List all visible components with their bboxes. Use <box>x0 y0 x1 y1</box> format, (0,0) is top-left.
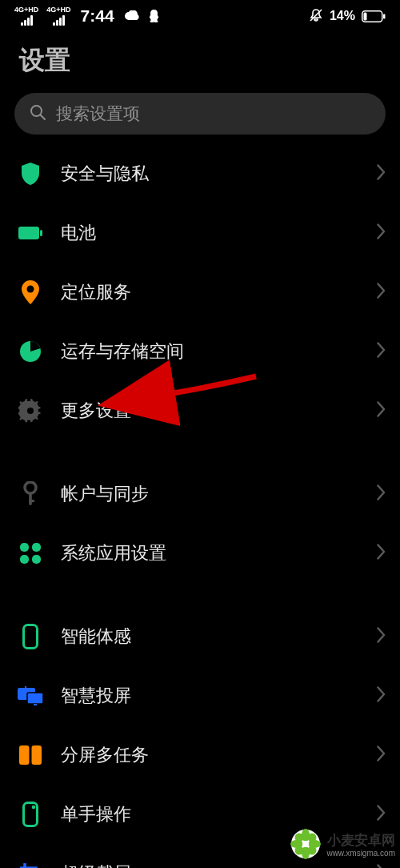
settings-item-label: 单手操作 <box>61 802 377 826</box>
battery-icon <box>18 220 43 246</box>
settings-item-split-screen[interactable]: 分屏多任务 <box>0 725 400 785</box>
watermark-text: 小麦安卓网 <box>327 834 395 849</box>
pin-icon <box>18 279 43 305</box>
settings-item-accounts-sync[interactable]: 帐户与同步 <box>0 464 400 524</box>
svg-point-11 <box>25 482 36 493</box>
screens-icon <box>18 683 43 709</box>
watermark-logo-icon <box>290 828 322 863</box>
settings-item-label: 运存与存储空间 <box>61 340 377 364</box>
svg-rect-15 <box>32 543 41 552</box>
settings-item-system-apps[interactable]: 系统应用设置 <box>0 524 400 583</box>
crop-icon <box>18 861 43 868</box>
svg-rect-2 <box>364 12 367 20</box>
status-left: 4G+HD 4G+HD 7:44 <box>14 6 160 26</box>
svg-rect-7 <box>40 230 42 236</box>
svg-rect-24 <box>32 745 42 765</box>
svg-point-34 <box>295 846 304 855</box>
battery-icon <box>362 10 386 22</box>
chevron-right-icon <box>377 283 386 302</box>
chevron-right-icon <box>377 627 386 646</box>
clover-icon <box>18 540 43 566</box>
settings-item-more-settings[interactable]: 更多设置 <box>0 381 400 440</box>
signal-2: 4G+HD <box>46 6 70 26</box>
signal-bars-icon <box>21 15 33 26</box>
svg-rect-6 <box>18 227 39 239</box>
signal-1-label: 4G+HD <box>14 6 38 14</box>
svg-rect-3 <box>383 14 386 18</box>
chevron-right-icon <box>377 805 386 824</box>
settings-item-label: 安全与隐私 <box>61 162 377 186</box>
settings-item-label: 分屏多任务 <box>61 743 377 767</box>
settings-item-label: 定位服务 <box>61 280 377 304</box>
phone-outline-icon <box>18 624 43 649</box>
watermark-url: www.xmsigma.com <box>326 849 395 858</box>
split-icon <box>18 742 43 768</box>
svg-rect-12 <box>29 492 32 505</box>
svg-rect-21 <box>27 693 43 704</box>
battery-pct: 14% <box>330 9 355 23</box>
chevron-right-icon <box>377 164 386 183</box>
svg-rect-20 <box>25 686 26 688</box>
cloud-icon <box>124 10 140 22</box>
svg-point-10 <box>27 408 34 414</box>
settings-item-smart-motion[interactable]: 智能体感 <box>0 607 400 666</box>
svg-point-32 <box>295 834 304 842</box>
svg-point-36 <box>302 841 309 847</box>
status-bar: 4G+HD 4G+HD 7:44 14% <box>0 0 400 29</box>
chevron-right-icon <box>377 686 386 705</box>
settings-item-battery[interactable]: 电池 <box>0 203 400 263</box>
clock: 7:44 <box>81 6 114 26</box>
group-separator <box>0 583 400 607</box>
signal-2-label: 4G+HD <box>46 6 70 14</box>
svg-point-33 <box>308 834 317 842</box>
settings-item-label: 帐户与同步 <box>61 482 377 506</box>
svg-rect-13 <box>29 500 34 502</box>
svg-rect-18 <box>24 625 38 649</box>
settings-item-label: 更多设置 <box>61 399 377 423</box>
shield-icon <box>18 161 43 187</box>
chevron-right-icon <box>377 342 386 361</box>
watermark: 小麦安卓网 www.xmsigma.com <box>290 828 395 863</box>
group-separator <box>0 440 400 464</box>
gear-icon <box>18 398 43 424</box>
settings-item-label: 系统应用设置 <box>61 541 377 565</box>
chevron-right-icon <box>377 484 386 504</box>
pie-icon <box>18 339 43 364</box>
page-title: 设置 <box>0 29 400 93</box>
chevron-right-icon <box>377 745 386 765</box>
svg-point-8 <box>27 286 34 293</box>
svg-line-5 <box>41 115 46 120</box>
chevron-right-icon <box>377 401 386 420</box>
penguin-icon <box>148 10 160 23</box>
svg-point-35 <box>308 846 317 855</box>
bell-off-icon <box>309 8 323 25</box>
settings-item-label: 智慧投屏 <box>61 684 377 708</box>
chevron-right-icon <box>377 223 386 243</box>
settings-item-label: 电池 <box>61 221 377 245</box>
settings-item-label: 智能体感 <box>61 625 377 649</box>
search-input[interactable]: 搜索设置项 <box>14 93 386 135</box>
svg-rect-22 <box>34 704 37 705</box>
settings-list: 安全与隐私 电池 定位服务 运存与存储空间 更多设置 帐户与同步 系统应用设置 <box>0 144 400 868</box>
chevron-right-icon <box>377 864 386 868</box>
svg-rect-16 <box>20 555 29 564</box>
chevron-right-icon <box>377 544 386 563</box>
key-icon <box>18 481 43 507</box>
phone-dot-icon <box>18 802 43 827</box>
settings-item-security-privacy[interactable]: 安全与隐私 <box>0 144 400 203</box>
signal-bars-icon <box>53 15 65 26</box>
settings-item-location[interactable]: 定位服务 <box>0 263 400 322</box>
svg-rect-23 <box>19 745 30 765</box>
svg-rect-17 <box>32 555 41 564</box>
search-placeholder: 搜索设置项 <box>56 102 140 125</box>
signal-1: 4G+HD <box>14 6 38 26</box>
settings-item-storage[interactable]: 运存与存储空间 <box>0 322 400 381</box>
search-icon <box>29 103 46 124</box>
svg-rect-14 <box>20 543 29 552</box>
settings-item-smart-cast[interactable]: 智慧投屏 <box>0 666 400 725</box>
status-right: 14% <box>309 8 386 25</box>
svg-point-26 <box>32 806 36 810</box>
